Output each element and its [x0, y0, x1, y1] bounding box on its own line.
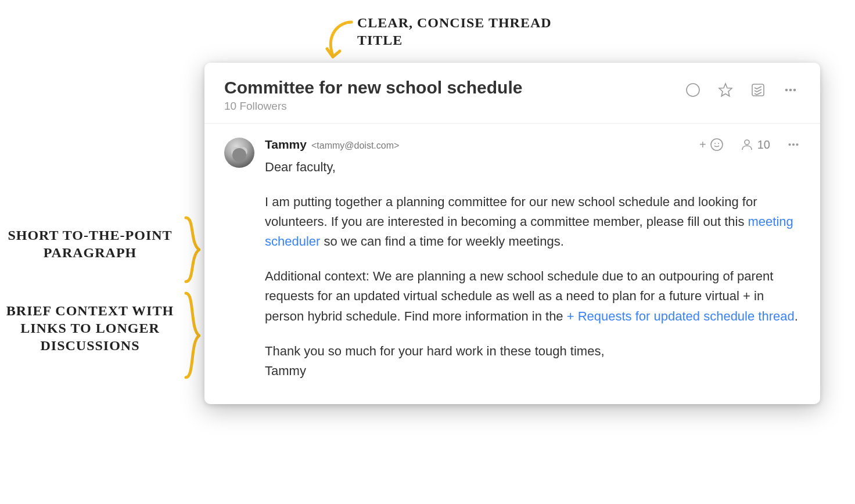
svg-point-0 [687, 84, 699, 96]
author-name: Tammy [265, 138, 307, 152]
text: . [795, 309, 798, 323]
svg-point-11 [796, 143, 798, 146]
svg-point-5 [711, 139, 723, 150]
brace-icon [183, 215, 200, 285]
more-icon[interactable] [783, 82, 798, 98]
text: Tammy [265, 363, 306, 378]
thread-title: Committee for new school schedule [224, 78, 685, 98]
author-email: <tammy@doist.com> [311, 141, 399, 151]
paragraph-2: Additional context: We are planning a ne… [265, 267, 800, 326]
message-body: Dear faculty, I am putting together a pl… [265, 157, 800, 381]
greeting: Dear faculty, [265, 157, 800, 177]
arrow-icon [317, 16, 357, 63]
annotation-title: Clear, concise thread title [357, 14, 590, 49]
svg-point-6 [714, 143, 716, 144]
svg-point-10 [792, 143, 795, 146]
todoist-icon[interactable] [750, 82, 766, 98]
thread-card: Committee for new school schedule 10 Fol… [204, 63, 820, 404]
star-icon[interactable] [718, 82, 733, 98]
brace-icon [183, 290, 200, 380]
followers-button[interactable]: 10 [740, 138, 770, 152]
followers-count: 10 [757, 138, 770, 152]
svg-point-9 [788, 143, 791, 146]
annotation-context: Brief context with links to longer discu… [0, 302, 180, 354]
annotation-paragraph: Short to-the-point paragraph [0, 226, 180, 261]
add-reaction-button[interactable]: + [699, 138, 724, 152]
signoff: Thank you so much for your hard work in … [265, 341, 800, 381]
thread-header: Committee for new school schedule 10 Fol… [204, 63, 820, 124]
thread-actions [685, 78, 800, 98]
svg-point-4 [793, 89, 796, 92]
requests-thread-link[interactable]: + Requests for updated schedule thread [567, 309, 795, 323]
text: so we can find a time for weekly meeting… [320, 234, 563, 249]
svg-point-8 [745, 140, 749, 145]
circle-icon[interactable] [685, 82, 700, 98]
svg-point-3 [789, 89, 792, 92]
paragraph-1: I am putting together a planning committ… [265, 192, 800, 251]
avatar [224, 138, 254, 168]
svg-point-2 [785, 89, 788, 92]
followers-label: 10 Followers [224, 100, 685, 113]
text: Thank you so much for your hard work in … [265, 344, 605, 358]
message: Tammy <tammy@doist.com> + 10 [204, 124, 820, 404]
text: I am putting together a planning committ… [265, 195, 757, 229]
message-more-icon[interactable] [786, 138, 800, 152]
svg-point-7 [718, 143, 719, 144]
